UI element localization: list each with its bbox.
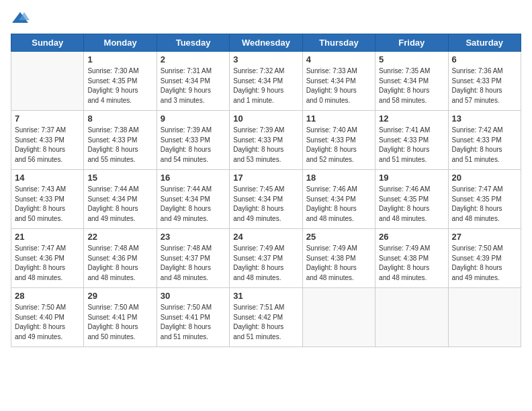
calendar-week-3: 14Sunrise: 7:43 AM Sunset: 4:33 PM Dayli… — [11, 170, 521, 229]
day-info: Sunrise: 7:50 AM Sunset: 4:39 PM Dayligh… — [452, 244, 517, 283]
calendar-cell: 15Sunrise: 7:44 AM Sunset: 4:34 PM Dayli… — [84, 170, 157, 229]
day-number: 6 — [452, 54, 517, 64]
header — [11, 11, 521, 26]
calendar-week-5: 28Sunrise: 7:50 AM Sunset: 4:40 PM Dayli… — [11, 288, 521, 347]
day-number: 10 — [233, 113, 298, 124]
calendar-cell: 25Sunrise: 7:49 AM Sunset: 4:38 PM Dayli… — [302, 229, 375, 288]
day-number: 24 — [233, 232, 298, 242]
calendar-cell: 16Sunrise: 7:44 AM Sunset: 4:34 PM Dayli… — [157, 170, 229, 229]
day-number: 12 — [379, 113, 444, 124]
logo — [11, 11, 32, 26]
day-info: Sunrise: 7:49 AM Sunset: 4:37 PM Dayligh… — [233, 244, 298, 283]
day-number: 9 — [161, 113, 226, 124]
calendar-cell: 31Sunrise: 7:51 AM Sunset: 4:42 PM Dayli… — [230, 288, 302, 347]
day-number: 25 — [306, 232, 371, 242]
calendar-cell: 26Sunrise: 7:49 AM Sunset: 4:38 PM Dayli… — [375, 229, 448, 288]
calendar-cell: 23Sunrise: 7:48 AM Sunset: 4:37 PM Dayli… — [157, 229, 229, 288]
day-number: 26 — [379, 232, 444, 242]
calendar-week-1: 1Sunrise: 7:30 AM Sunset: 4:35 PM Daylig… — [11, 52, 521, 111]
day-info: Sunrise: 7:32 AM Sunset: 4:34 PM Dayligh… — [233, 66, 298, 105]
calendar-cell: 8Sunrise: 7:38 AM Sunset: 4:33 PM Daylig… — [84, 111, 157, 170]
day-info: Sunrise: 7:35 AM Sunset: 4:34 PM Dayligh… — [379, 66, 444, 105]
calendar-table: SundayMondayTuesdayWednesdayThursdayFrid… — [11, 34, 521, 347]
day-number: 21 — [15, 232, 80, 242]
day-number: 27 — [452, 232, 517, 242]
day-info: Sunrise: 7:42 AM Sunset: 4:33 PM Dayligh… — [452, 126, 517, 165]
day-number: 11 — [306, 113, 371, 124]
calendar-cell: 2Sunrise: 7:31 AM Sunset: 4:34 PM Daylig… — [157, 52, 229, 111]
calendar-cell: 14Sunrise: 7:43 AM Sunset: 4:33 PM Dayli… — [11, 170, 84, 229]
calendar-cell: 12Sunrise: 7:41 AM Sunset: 4:33 PM Dayli… — [375, 111, 448, 170]
day-info: Sunrise: 7:45 AM Sunset: 4:34 PM Dayligh… — [233, 185, 298, 224]
day-number: 31 — [233, 291, 298, 301]
day-number: 4 — [306, 54, 371, 64]
day-number: 18 — [306, 173, 371, 183]
day-info: Sunrise: 7:46 AM Sunset: 4:34 PM Dayligh… — [306, 185, 371, 224]
day-info: Sunrise: 7:49 AM Sunset: 4:38 PM Dayligh… — [306, 244, 371, 283]
day-number: 28 — [15, 291, 80, 301]
calendar-cell: 4Sunrise: 7:33 AM Sunset: 4:34 PM Daylig… — [302, 52, 375, 111]
calendar-cell: 20Sunrise: 7:47 AM Sunset: 4:35 PM Dayli… — [448, 170, 521, 229]
day-info: Sunrise: 7:37 AM Sunset: 4:33 PM Dayligh… — [15, 126, 80, 165]
day-number: 22 — [87, 232, 152, 242]
day-number: 8 — [87, 113, 152, 124]
calendar-cell: 24Sunrise: 7:49 AM Sunset: 4:37 PM Dayli… — [230, 229, 302, 288]
calendar-cell: 3Sunrise: 7:32 AM Sunset: 4:34 PM Daylig… — [230, 52, 302, 111]
calendar-cell: 27Sunrise: 7:50 AM Sunset: 4:39 PM Dayli… — [448, 229, 521, 288]
calendar-cell: 22Sunrise: 7:48 AM Sunset: 4:36 PM Dayli… — [84, 229, 157, 288]
day-number: 19 — [379, 173, 444, 183]
day-number: 2 — [161, 54, 226, 64]
weekday-header-thursday: Thursday — [302, 34, 375, 52]
calendar-week-2: 7Sunrise: 7:37 AM Sunset: 4:33 PM Daylig… — [11, 111, 521, 170]
weekday-header-sunday: Sunday — [11, 34, 84, 52]
day-number: 15 — [87, 173, 152, 183]
day-info: Sunrise: 7:43 AM Sunset: 4:33 PM Dayligh… — [15, 185, 80, 224]
day-number: 17 — [233, 173, 298, 183]
day-info: Sunrise: 7:31 AM Sunset: 4:34 PM Dayligh… — [161, 66, 226, 105]
calendar-cell: 11Sunrise: 7:40 AM Sunset: 4:33 PM Dayli… — [302, 111, 375, 170]
day-info: Sunrise: 7:46 AM Sunset: 4:35 PM Dayligh… — [379, 185, 444, 224]
day-number: 29 — [87, 291, 152, 301]
day-number: 1 — [87, 54, 152, 64]
day-info: Sunrise: 7:41 AM Sunset: 4:33 PM Dayligh… — [379, 126, 444, 165]
weekday-header-wednesday: Wednesday — [230, 34, 302, 52]
calendar-cell — [11, 52, 84, 111]
logo-icon — [11, 11, 30, 26]
calendar-cell: 28Sunrise: 7:50 AM Sunset: 4:40 PM Dayli… — [11, 288, 84, 347]
calendar-cell: 13Sunrise: 7:42 AM Sunset: 4:33 PM Dayli… — [448, 111, 521, 170]
day-number: 23 — [161, 232, 226, 242]
calendar-cell — [302, 288, 375, 347]
day-number: 20 — [452, 173, 517, 183]
weekday-header-monday: Monday — [84, 34, 157, 52]
day-info: Sunrise: 7:51 AM Sunset: 4:42 PM Dayligh… — [233, 303, 298, 342]
day-info: Sunrise: 7:39 AM Sunset: 4:33 PM Dayligh… — [161, 126, 226, 165]
day-info: Sunrise: 7:48 AM Sunset: 4:36 PM Dayligh… — [87, 244, 152, 283]
weekday-header-friday: Friday — [375, 34, 448, 52]
day-number: 30 — [161, 291, 226, 301]
day-number: 7 — [15, 113, 80, 124]
day-info: Sunrise: 7:47 AM Sunset: 4:35 PM Dayligh… — [452, 185, 517, 224]
day-number: 5 — [379, 54, 444, 64]
calendar-cell: 21Sunrise: 7:47 AM Sunset: 4:36 PM Dayli… — [11, 229, 84, 288]
day-info: Sunrise: 7:44 AM Sunset: 4:34 PM Dayligh… — [87, 185, 152, 224]
day-info: Sunrise: 7:49 AM Sunset: 4:38 PM Dayligh… — [379, 244, 444, 283]
calendar-cell: 17Sunrise: 7:45 AM Sunset: 4:34 PM Dayli… — [230, 170, 302, 229]
day-info: Sunrise: 7:33 AM Sunset: 4:34 PM Dayligh… — [306, 66, 371, 105]
day-number: 13 — [452, 113, 517, 124]
day-info: Sunrise: 7:50 AM Sunset: 4:41 PM Dayligh… — [87, 303, 152, 342]
day-info: Sunrise: 7:39 AM Sunset: 4:33 PM Dayligh… — [233, 126, 298, 165]
day-info: Sunrise: 7:50 AM Sunset: 4:41 PM Dayligh… — [161, 303, 226, 342]
calendar-week-4: 21Sunrise: 7:47 AM Sunset: 4:36 PM Dayli… — [11, 229, 521, 288]
day-info: Sunrise: 7:44 AM Sunset: 4:34 PM Dayligh… — [161, 185, 226, 224]
calendar-cell — [375, 288, 448, 347]
calendar-cell: 19Sunrise: 7:46 AM Sunset: 4:35 PM Dayli… — [375, 170, 448, 229]
day-info: Sunrise: 7:30 AM Sunset: 4:35 PM Dayligh… — [87, 66, 152, 105]
day-number: 14 — [15, 173, 80, 183]
day-info: Sunrise: 7:40 AM Sunset: 4:33 PM Dayligh… — [306, 126, 371, 165]
calendar-cell: 6Sunrise: 7:36 AM Sunset: 4:33 PM Daylig… — [448, 52, 521, 111]
calendar-cell: 7Sunrise: 7:37 AM Sunset: 4:33 PM Daylig… — [11, 111, 84, 170]
calendar-cell: 5Sunrise: 7:35 AM Sunset: 4:34 PM Daylig… — [375, 52, 448, 111]
day-info: Sunrise: 7:47 AM Sunset: 4:36 PM Dayligh… — [15, 244, 80, 283]
calendar-cell — [448, 288, 521, 347]
day-number: 16 — [161, 173, 226, 183]
